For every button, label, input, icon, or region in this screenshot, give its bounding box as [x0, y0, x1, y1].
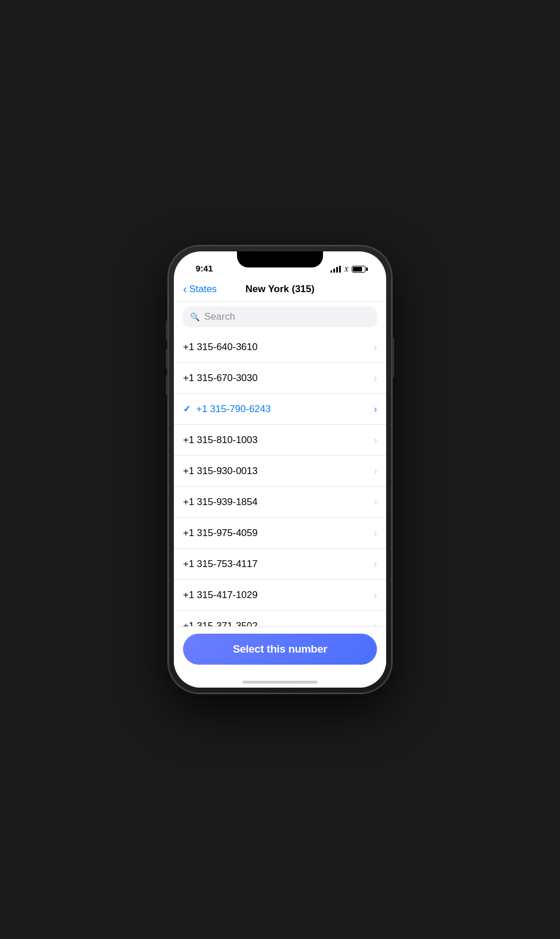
search-container: 🔍 Search [174, 302, 386, 332]
phone-frame: 9:41 𝛸 ‹ States New York (315) [168, 246, 392, 693]
chevron-right-icon: › [374, 559, 377, 569]
list-item[interactable]: +1 315-670-3030› [174, 363, 386, 394]
list-item[interactable]: +1 315-975-4059› [174, 518, 386, 549]
phone-item-left: +1 315-930-0013 [183, 465, 258, 477]
nav-bar: ‹ States New York (315) [174, 277, 386, 302]
status-time: 9:41 [196, 263, 213, 273]
chevron-right-icon: › [374, 435, 377, 445]
signal-icon [330, 266, 341, 273]
chevron-right-icon: › [374, 528, 377, 538]
phone-number: +1 315-753-4117 [183, 558, 258, 570]
phone-number: +1 315-930-0013 [183, 465, 258, 477]
phone-item-left: +1 315-810-1003 [183, 434, 258, 446]
select-number-button[interactable]: Select this number [183, 634, 377, 665]
list-item[interactable]: +1 315-753-4117› [174, 549, 386, 580]
back-label: States [189, 284, 217, 295]
phone-item-left: ✓+1 315-790-6243 [183, 403, 271, 415]
chevron-right-icon: › [374, 590, 377, 600]
list-item[interactable]: ✓+1 315-790-6243› [174, 394, 386, 425]
phone-number: +1 315-371-3502 [183, 620, 258, 627]
phone-number: +1 315-670-3030 [183, 373, 258, 384]
chevron-right-icon: › [374, 404, 377, 414]
phone-number: +1 315-939-1854 [183, 496, 258, 508]
back-button[interactable]: ‹ States [183, 284, 217, 295]
search-input[interactable]: Search [204, 311, 235, 323]
chevron-right-icon: › [374, 621, 377, 627]
phone-number: +1 315-417-1029 [183, 589, 258, 601]
phone-item-left: +1 315-975-4059 [183, 527, 258, 539]
status-icons: 𝛸 [330, 265, 365, 273]
back-chevron-icon: ‹ [183, 283, 187, 294]
phone-number: +1 315-640-3610 [183, 342, 258, 353]
list-item[interactable]: +1 315-371-3502› [174, 611, 386, 626]
home-bar [243, 681, 317, 684]
chevron-right-icon: › [374, 466, 377, 476]
notch [237, 251, 323, 267]
search-bar[interactable]: 🔍 Search [183, 306, 377, 327]
battery-icon [352, 266, 365, 273]
phone-item-left: +1 315-753-4117 [183, 558, 258, 570]
wifi-icon: 𝛸 [344, 265, 348, 273]
list-item[interactable]: +1 315-810-1003› [174, 425, 386, 456]
phone-item-left: +1 315-939-1854 [183, 496, 258, 508]
phone-item-left: +1 315-670-3030 [183, 373, 258, 384]
chevron-right-icon: › [374, 373, 377, 383]
phone-item-left: +1 315-417-1029 [183, 589, 258, 601]
search-icon: 🔍 [190, 312, 200, 321]
list-item[interactable]: +1 315-930-0013› [174, 456, 386, 487]
phone-number: +1 315-790-6243 [196, 403, 271, 415]
chevron-right-icon: › [374, 497, 377, 507]
phone-number: +1 315-810-1003 [183, 434, 258, 446]
home-indicator [174, 676, 386, 688]
list-item[interactable]: +1 315-640-3610› [174, 332, 386, 363]
phone-number: +1 315-975-4059 [183, 527, 258, 539]
list-item[interactable]: +1 315-939-1854› [174, 487, 386, 518]
phone-item-left: +1 315-640-3610 [183, 342, 258, 353]
checkmark-icon: ✓ [183, 403, 190, 414]
bottom-bar: Select this number [174, 626, 386, 676]
nav-title: New York (315) [246, 284, 314, 295]
phone-list: +1 315-640-3610›+1 315-670-3030›✓+1 315-… [174, 332, 386, 626]
phone-item-left: +1 315-371-3502 [183, 620, 258, 627]
phone-screen: 9:41 𝛸 ‹ States New York (315) [174, 251, 386, 688]
list-item[interactable]: +1 315-417-1029› [174, 580, 386, 611]
chevron-right-icon: › [374, 342, 377, 352]
